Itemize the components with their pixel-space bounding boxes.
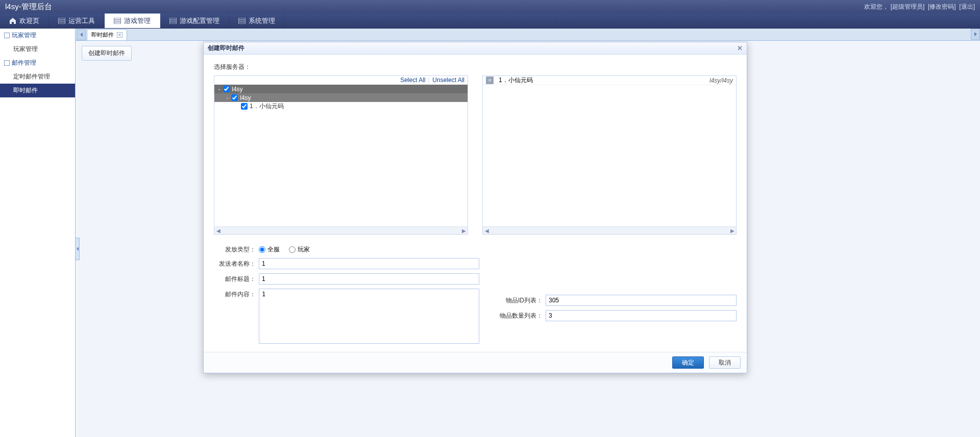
selected-servers-panel: × 1．小仙元码 l4sy/l4sy ◀ ▶ bbox=[482, 75, 737, 235]
scroll-track[interactable] bbox=[222, 227, 460, 234]
subject-input[interactable] bbox=[259, 273, 479, 285]
scroll-track[interactable] bbox=[491, 227, 728, 234]
tab-label: 即时邮件 bbox=[91, 31, 114, 39]
sidebar-item-scheduled-mail[interactable]: 定时邮件管理 bbox=[0, 70, 75, 84]
selected-server-name: 1．小仙元码 bbox=[499, 76, 533, 85]
panel-scrollbar: ◀ ▶ bbox=[483, 226, 736, 234]
sidebar-group-mail[interactable]: 邮件管理 bbox=[0, 56, 75, 70]
tree-checkbox[interactable] bbox=[231, 94, 238, 101]
sidebar: 玩家管理 玩家管理 邮件管理 定时邮件管理 即时邮件 bbox=[0, 29, 76, 437]
sidebar-item-player-mgmt[interactable]: 玩家管理 bbox=[0, 42, 75, 56]
sender-input[interactable] bbox=[259, 258, 479, 269]
tree-node-label: l4sy bbox=[240, 94, 251, 101]
scroll-left-icon[interactable]: ◀ bbox=[214, 227, 222, 234]
page-content: 创建即时邮件 创建即时邮件 ✕ 选择服务器： Select All | Unse… bbox=[76, 41, 980, 437]
subject-label: 邮件标题： bbox=[214, 273, 259, 284]
grid-icon bbox=[238, 18, 246, 24]
tab-instant-mail[interactable]: 即时邮件 × bbox=[87, 29, 127, 40]
radio-input[interactable] bbox=[259, 246, 265, 253]
selected-server-path: l4sy/l4sy bbox=[709, 77, 733, 84]
grid-icon bbox=[114, 18, 121, 24]
svg-rect-9 bbox=[238, 18, 246, 24]
unselect-all-link[interactable]: Unselect All bbox=[432, 76, 464, 84]
nav-label: 游戏配置管理 bbox=[180, 16, 219, 25]
change-password-link[interactable]: [修改密码] bbox=[928, 3, 956, 10]
app-title: l4sy-管理后台 bbox=[5, 2, 52, 12]
scroll-right-icon[interactable]: ▶ bbox=[460, 227, 468, 234]
close-icon[interactable]: × bbox=[117, 32, 122, 38]
item-id-input[interactable] bbox=[546, 295, 737, 306]
grid-icon bbox=[58, 18, 65, 24]
main-nav: 欢迎页 运营工具 游戏管理 游戏配置管理 系统管理 bbox=[0, 13, 980, 29]
radio-input[interactable] bbox=[289, 246, 296, 253]
nav-game-config[interactable]: 游戏配置管理 bbox=[160, 13, 229, 28]
tree-checkbox[interactable] bbox=[241, 103, 248, 110]
home-icon bbox=[9, 17, 16, 24]
item-id-label: 物品ID列表： bbox=[495, 295, 546, 305]
dispatch-type-label: 发放类型： bbox=[214, 244, 259, 254]
grid-icon bbox=[169, 18, 177, 24]
cancel-button[interactable]: 取消 bbox=[709, 356, 741, 369]
svg-rect-0 bbox=[58, 18, 65, 24]
modal-title: 创建即时邮件 bbox=[208, 44, 244, 53]
panel-scrollbar: ◀ ▶ bbox=[214, 226, 468, 234]
sender-label: 发送者名称： bbox=[214, 258, 259, 268]
server-tree: - l4sy - l4sy bbox=[214, 85, 468, 226]
content-label: 邮件内容： bbox=[214, 289, 259, 299]
tab-scroll-left[interactable] bbox=[77, 29, 86, 40]
item-qty-label: 物品数量列表： bbox=[495, 310, 546, 320]
close-icon[interactable]: ✕ bbox=[737, 44, 743, 52]
svg-rect-3 bbox=[114, 18, 121, 24]
create-mail-modal: 创建即时邮件 ✕ 选择服务器： Select All | Unselect Al… bbox=[203, 42, 747, 373]
dispatch-type-group: 全服 玩家 bbox=[259, 244, 310, 254]
nav-label: 系统管理 bbox=[249, 16, 275, 25]
radio-label: 玩家 bbox=[298, 245, 310, 254]
nav-welcome[interactable]: 欢迎页 bbox=[0, 13, 49, 28]
nav-label: 欢迎页 bbox=[19, 16, 39, 25]
tree-node-label: 1．小仙元码 bbox=[250, 102, 284, 111]
create-mail-button[interactable]: 创建即时邮件 bbox=[82, 46, 132, 61]
collapse-icon[interactable]: - bbox=[217, 86, 221, 93]
sidebar-group-label: 玩家管理 bbox=[12, 31, 36, 40]
app-header: l4sy-管理后台 欢迎您， [超级管理员] [修改密码] [退出] bbox=[0, 0, 980, 13]
modal-header[interactable]: 创建即时邮件 ✕ bbox=[204, 42, 747, 55]
tree-node-label: l4sy bbox=[232, 86, 242, 93]
sidebar-collapse-handle[interactable] bbox=[76, 238, 80, 260]
tree-node-leaf[interactable]: 1．小仙元码 bbox=[214, 102, 468, 111]
radio-label: 全服 bbox=[267, 245, 280, 254]
collapse-icon[interactable]: - bbox=[226, 94, 229, 101]
content-textarea[interactable] bbox=[259, 289, 479, 344]
ok-button[interactable]: 确定 bbox=[672, 356, 704, 369]
tree-checkbox[interactable] bbox=[223, 86, 230, 92]
svg-rect-6 bbox=[169, 18, 177, 24]
scroll-right-icon[interactable]: ▶ bbox=[728, 227, 736, 234]
item-qty-input[interactable] bbox=[546, 310, 737, 321]
radio-player[interactable]: 玩家 bbox=[289, 245, 310, 254]
scroll-left-icon[interactable]: ◀ bbox=[483, 227, 491, 234]
tree-node-root[interactable]: - l4sy bbox=[214, 85, 468, 93]
header-user-area: 欢迎您， [超级管理员] [修改密码] [退出] bbox=[864, 3, 975, 11]
nav-label: 运营工具 bbox=[68, 16, 95, 25]
select-all-link[interactable]: Select All bbox=[400, 76, 425, 84]
tree-toolbar: Select All | Unselect All bbox=[214, 76, 468, 85]
sidebar-item-instant-mail[interactable]: 即时邮件 bbox=[0, 84, 75, 97]
remove-icon[interactable]: × bbox=[486, 76, 494, 84]
logout-link[interactable]: [退出] bbox=[959, 3, 975, 10]
nav-game-mgmt[interactable]: 游戏管理 bbox=[105, 13, 160, 28]
tab-bar: 即时邮件 × bbox=[76, 29, 980, 41]
nav-system[interactable]: 系统管理 bbox=[229, 13, 285, 28]
server-section-label: 选择服务器： bbox=[214, 63, 737, 71]
radio-all-servers[interactable]: 全服 bbox=[259, 245, 280, 254]
tree-node-group[interactable]: - l4sy bbox=[214, 93, 468, 102]
nav-label: 游戏管理 bbox=[124, 16, 151, 25]
modal-actions: 确定 取消 bbox=[204, 352, 747, 373]
nav-ops-tools[interactable]: 运营工具 bbox=[49, 13, 105, 28]
server-tree-panel: Select All | Unselect All - l4sy bbox=[214, 75, 468, 235]
welcome-text: 欢迎您， bbox=[864, 3, 889, 10]
sidebar-group-player[interactable]: 玩家管理 bbox=[0, 29, 75, 42]
selected-server-row: × 1．小仙元码 l4sy/l4sy bbox=[483, 76, 736, 85]
user-link[interactable]: [超级管理员] bbox=[891, 3, 925, 10]
sidebar-group-label: 邮件管理 bbox=[12, 59, 36, 67]
tab-scroll-right[interactable] bbox=[971, 29, 980, 40]
